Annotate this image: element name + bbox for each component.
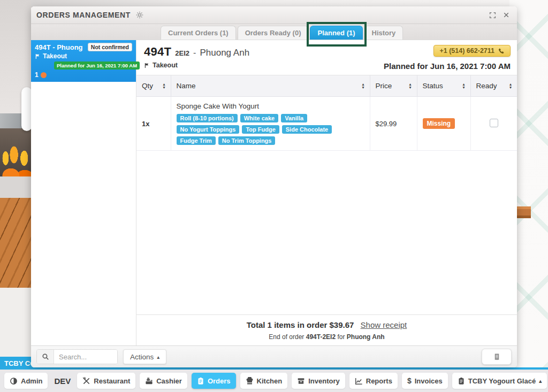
taskbar-item-label: Reports bbox=[366, 377, 392, 385]
call-customer-button[interactable]: +1 (514) 662-2711 bbox=[433, 45, 511, 57]
item-name: Sponge Cake With Yogurt bbox=[177, 102, 364, 110]
phone-icon bbox=[498, 48, 505, 55]
taskbar-item-label: TCBY Yogourt Glacé bbox=[468, 377, 536, 385]
item-option-tag: Top Fudge bbox=[242, 125, 279, 134]
scene-fireplace bbox=[0, 128, 31, 176]
column-status: Status bbox=[423, 82, 443, 90]
ready-checkbox[interactable] bbox=[490, 119, 498, 127]
taskbar-item-company-menu[interactable]: TCBY Yogourt Glacé bbox=[452, 373, 547, 389]
item-status-cell: Missing bbox=[417, 97, 470, 151]
utensils-icon bbox=[82, 377, 90, 385]
tab-current-orders[interactable]: Current Orders (1) bbox=[161, 26, 236, 40]
table-row: 1x Sponge Cake With Yogurt Roll (8-10 po… bbox=[136, 97, 517, 151]
taskbar-item-invoices[interactable]: Invoices bbox=[402, 373, 448, 389]
takeout-flag-icon bbox=[35, 53, 41, 60]
order-card-title: 494T - Phuong ... bbox=[35, 43, 85, 51]
order-code: 2EI2 bbox=[175, 49, 189, 57]
order-total-text: Total 1 items in order $39.67 bbox=[247, 320, 354, 329]
taskbar-item-reports[interactable]: Reports bbox=[349, 373, 398, 389]
column-name: Name bbox=[177, 82, 196, 90]
planned-time-badge: Planned for Jun 16, 2021 7:00 AM bbox=[54, 62, 140, 70]
order-list-sidebar: 494T - Phuong ... Not confirmed Takeout … bbox=[31, 40, 136, 345]
taskbar-item-cashier[interactable]: Cashier bbox=[140, 373, 187, 389]
order-summary-footer: Total 1 items in order $39.67 Show recei… bbox=[136, 314, 517, 345]
order-card-service-type: Takeout bbox=[43, 52, 67, 60]
item-option-tag: Fudge Trim bbox=[177, 136, 216, 145]
actions-button[interactable]: Actions bbox=[123, 349, 166, 364]
sort-icon[interactable] bbox=[362, 83, 364, 89]
scene-oven-front bbox=[0, 176, 31, 198]
taskbar-item-orders[interactable]: Orders bbox=[192, 373, 236, 389]
status-badge: Missing bbox=[423, 118, 455, 129]
fullscreen-icon[interactable] bbox=[487, 10, 498, 20]
column-ready: Ready bbox=[476, 82, 497, 90]
window-titlebar: ORDERS MANAGEMENT bbox=[31, 6, 517, 24]
game-scene: TCBY COT ORDERS MANAGEMENT Current Order… bbox=[0, 0, 548, 392]
order-items-table: Qty Name Price Status Ready 1x Sponge Ca… bbox=[136, 75, 517, 151]
settings-gear-icon[interactable] bbox=[134, 10, 145, 20]
order-number: 494T bbox=[144, 45, 171, 59]
column-qty: Qty bbox=[142, 82, 153, 90]
window-bottom-toolbar: Actions bbox=[31, 345, 517, 367]
actions-button-label: Actions bbox=[130, 353, 154, 361]
sort-icon[interactable] bbox=[409, 83, 411, 89]
order-list-item[interactable]: 494T - Phuong ... Not confirmed Takeout … bbox=[31, 40, 136, 82]
taskbar-item-label: Kitchen bbox=[257, 377, 283, 385]
dollar-icon bbox=[407, 376, 412, 385]
tab-planned[interactable]: Planned (1) bbox=[310, 26, 362, 40]
taskbar-item-dev[interactable]: DEV bbox=[52, 373, 73, 389]
window-body: 494T - Phuong ... Not confirmed Takeout … bbox=[31, 40, 517, 345]
item-qty: 1x bbox=[136, 97, 171, 151]
item-option-tag: No Yogurt Toppings bbox=[177, 125, 240, 134]
taskbar-item-label: Restaurant bbox=[94, 377, 130, 385]
show-receipt-link[interactable]: Show receipt bbox=[361, 320, 407, 329]
receipt-icon bbox=[493, 353, 501, 361]
tab-planned-label: Planned (1) bbox=[317, 29, 355, 37]
tab-orders-ready[interactable]: Orders Ready (0) bbox=[238, 26, 309, 40]
cash-register-icon bbox=[145, 377, 153, 385]
customer-name: Phuong Anh bbox=[200, 48, 249, 58]
end-prefix: End of order bbox=[269, 333, 304, 341]
phone-number-label: +1 (514) 662-2711 bbox=[439, 47, 494, 55]
chef-hat-icon bbox=[246, 377, 254, 385]
search-input[interactable] bbox=[54, 350, 117, 364]
taskbar-item-label: Invoices bbox=[415, 377, 443, 385]
taskbar-item-label: DEV bbox=[54, 376, 71, 386]
order-detail-header: 494T 2EI2 - Phuong Anh Takeout bbox=[136, 40, 517, 75]
search-icon bbox=[37, 350, 54, 364]
not-confirmed-badge: Not confirmed bbox=[88, 43, 132, 51]
taskbar-item-restaurant[interactable]: Restaurant bbox=[77, 373, 135, 389]
tab-history[interactable]: History bbox=[364, 26, 404, 40]
sort-icon[interactable] bbox=[163, 83, 165, 89]
taskbar-item-admin[interactable]: Admin bbox=[4, 373, 48, 389]
item-option-tag: No Trim Toppings bbox=[218, 136, 276, 145]
search-group bbox=[36, 349, 118, 364]
clipboard-icon bbox=[458, 377, 465, 385]
end-middle: for bbox=[337, 333, 345, 341]
taskbar-item-kitchen[interactable]: Kitchen bbox=[240, 373, 288, 389]
sort-icon[interactable] bbox=[509, 83, 512, 89]
takeout-flag-icon bbox=[144, 62, 150, 69]
taskbar-item-label: Inventory bbox=[308, 377, 340, 385]
sort-icon[interactable] bbox=[462, 83, 465, 89]
table-header-row: Qty Name Price Status Ready bbox=[136, 75, 517, 97]
taskbar-item-inventory[interactable]: Inventory bbox=[292, 373, 345, 389]
end-order-code: 494T-2EI2 bbox=[306, 333, 336, 341]
order-separator: - bbox=[193, 48, 196, 58]
item-option-tag: Vanilla bbox=[281, 114, 307, 122]
admin-badge-icon bbox=[10, 377, 18, 385]
item-options: Roll (8-10 portions) White cake Vanilla … bbox=[177, 114, 364, 145]
item-price: $29.99 bbox=[370, 97, 417, 151]
orders-management-window: ORDERS MANAGEMENT Current Orders (1) Ord… bbox=[31, 6, 517, 367]
inventory-box-icon bbox=[297, 377, 305, 385]
empty-area bbox=[136, 151, 517, 314]
close-icon[interactable] bbox=[501, 10, 512, 20]
item-name-cell: Sponge Cake With Yogurt Roll (8-10 porti… bbox=[171, 97, 370, 151]
end-customer: Phuong Anh bbox=[347, 333, 385, 341]
receipt-printer-button[interactable] bbox=[482, 349, 512, 365]
scene-white-object bbox=[21, 87, 32, 131]
end-of-order-text: End of order 494T-2EI2 for Phuong Anh bbox=[136, 333, 517, 341]
item-option-tag: White cake bbox=[240, 114, 278, 122]
chart-icon bbox=[355, 377, 363, 385]
missing-status-dot bbox=[41, 72, 47, 78]
